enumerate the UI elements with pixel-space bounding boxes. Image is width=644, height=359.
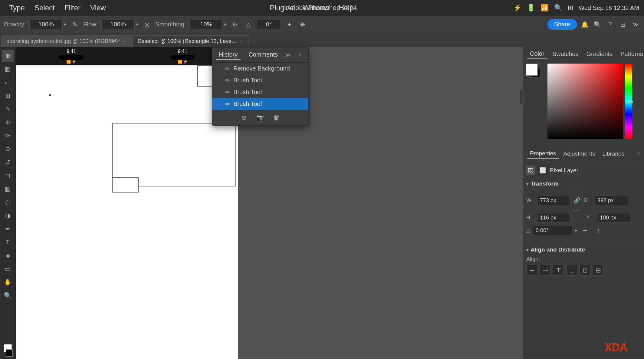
opacity-label: Opacity: bbox=[4, 21, 26, 28]
control-center-icon[interactable]: ⊞ bbox=[568, 4, 573, 12]
align-v-center-btn[interactable]: ⊡ bbox=[580, 265, 590, 276]
camera-btn[interactable]: 📷 bbox=[256, 113, 265, 122]
gradients-tab[interactable]: Gradients bbox=[583, 49, 616, 59]
link-icon[interactable]: 🔗 bbox=[573, 190, 581, 211]
tab-deselect-close[interactable]: × bbox=[238, 39, 243, 44]
eraser-btn[interactable]: ◻ bbox=[2, 170, 14, 182]
dodge-btn[interactable]: ◑ bbox=[2, 209, 14, 222]
history-item-remove-bg[interactable]: ✏ Remove Background bbox=[212, 63, 308, 74]
align-right-edges-btn[interactable]: ⊤ bbox=[553, 265, 564, 276]
properties-tab[interactable]: Properties bbox=[527, 149, 559, 159]
clone-stamp-btn[interactable]: ⊙ bbox=[2, 143, 14, 155]
crop-tool-btn[interactable]: ⊞ bbox=[2, 90, 14, 102]
flow-input[interactable] bbox=[101, 20, 135, 29]
align-section-title: Align and Distribute bbox=[531, 246, 585, 253]
help-btn[interactable]: ? bbox=[605, 20, 615, 29]
wx-row: W 🔗 X bbox=[526, 190, 641, 211]
color-gradient-picker[interactable] bbox=[547, 64, 632, 142]
tab-deselect[interactable]: Deselect @ 100% (Rectangle 12, Laye... × bbox=[132, 35, 248, 47]
align-h-center-btn[interactable]: ⊣ bbox=[540, 265, 550, 276]
tab-outro-close[interactable]: × bbox=[122, 39, 127, 44]
tab-deselect-label: Deselect @ 100% (Rectangle 12, Laye... bbox=[137, 38, 236, 44]
move-tool-btn[interactable]: ⊕ bbox=[2, 50, 14, 62]
props-panel-menu-btn[interactable]: ≡ bbox=[637, 151, 640, 157]
angle-input[interactable] bbox=[257, 20, 281, 29]
align-top-edges-btn[interactable]: ⊥ bbox=[566, 265, 577, 276]
color-tab[interactable]: Color bbox=[527, 49, 547, 59]
flip-v-btn[interactable]: ↕ bbox=[593, 225, 604, 236]
y-input[interactable] bbox=[597, 213, 630, 222]
hand-tool-btn[interactable]: ✋ bbox=[2, 276, 14, 288]
properties-panel-tabs: Properties Adjustments Libraries ≡ bbox=[523, 147, 644, 160]
path-select-btn[interactable]: ◈ bbox=[2, 249, 14, 262]
angle-icon: △ bbox=[243, 20, 253, 29]
brush-preset-btn[interactable]: ✎ bbox=[70, 20, 80, 29]
gradient-btn[interactable]: ▦ bbox=[2, 183, 14, 195]
shape-tool-btn[interactable]: ▭ bbox=[2, 263, 14, 275]
brush-tool-btn[interactable]: ✏ bbox=[2, 130, 14, 142]
hue-bar[interactable] bbox=[625, 64, 632, 139]
smoothing-label: Smoothing: bbox=[155, 21, 186, 28]
history-brush-btn[interactable]: ↺ bbox=[2, 156, 14, 168]
search-btn[interactable]: 🔍 bbox=[593, 20, 602, 29]
smoothing-dropdown-arrow[interactable]: ▾ bbox=[224, 21, 226, 27]
search-icon-menubar[interactable]: 🔍 bbox=[554, 4, 562, 12]
menu-select[interactable]: Select bbox=[30, 2, 59, 13]
history-item-brush1[interactable]: ✏ Brush Tool bbox=[212, 74, 308, 86]
opacity-dropdown-arrow[interactable]: ▾ bbox=[64, 21, 66, 27]
patterns-tab[interactable]: Patterns bbox=[617, 49, 644, 59]
workspace-btn[interactable]: ⊟ bbox=[618, 20, 628, 29]
angle-delta-icon: △ bbox=[526, 227, 531, 234]
history-expand-btn[interactable]: ≫ bbox=[283, 50, 293, 60]
expand-btn[interactable]: ≫ bbox=[631, 20, 640, 29]
w-input[interactable] bbox=[537, 196, 570, 205]
panel-collapse-btn[interactable]: ‹ bbox=[519, 90, 524, 105]
menu-filter[interactable]: Filter bbox=[60, 2, 85, 13]
new-snapshot-btn[interactable]: ⊕ bbox=[239, 113, 248, 122]
angle-transform-input[interactable] bbox=[533, 226, 572, 235]
history-item-brush2[interactable]: ✏ Brush Tool bbox=[212, 86, 308, 98]
flow-dropdown-arrow[interactable]: ▾ bbox=[136, 21, 138, 27]
transform-header[interactable]: ▾ Transform bbox=[526, 180, 641, 187]
opacity-input[interactable] bbox=[29, 20, 63, 29]
smoothing-settings-btn[interactable]: ⚙ bbox=[230, 20, 240, 29]
adjustments-tab[interactable]: Adjustments bbox=[560, 149, 598, 158]
eyedropper-btn[interactable]: ✎ bbox=[2, 103, 14, 115]
text-tool-btn[interactable]: T bbox=[2, 236, 14, 248]
angle-dropdown[interactable]: ▾ bbox=[575, 228, 577, 233]
menu-type[interactable]: Type bbox=[5, 2, 29, 13]
history-item-label-4: Brush Tool bbox=[233, 100, 262, 107]
history-item-brush3[interactable]: ✓ ✏ Brush Tool bbox=[212, 98, 308, 110]
swatches-tab[interactable]: Swatches bbox=[549, 49, 582, 59]
libraries-tab[interactable]: Libraries bbox=[599, 149, 627, 158]
symmetry-btn[interactable]: ✦ bbox=[284, 20, 294, 29]
align-bottom-edges-btn[interactable]: ⊟ bbox=[593, 265, 604, 276]
align-section-header[interactable]: ▾ Align and Distribute bbox=[526, 246, 641, 253]
battery-icon: 🔋 bbox=[527, 4, 535, 12]
notifications-btn[interactable]: 🔔 bbox=[580, 20, 590, 29]
menu-view[interactable]: View bbox=[86, 2, 110, 13]
smoothing-input[interactable] bbox=[189, 20, 223, 29]
blur-btn[interactable]: ◌ bbox=[2, 196, 14, 208]
lasso-tool-btn[interactable]: ⟜ bbox=[2, 76, 14, 88]
foreground-swatch[interactable] bbox=[526, 64, 538, 76]
delete-state-btn[interactable]: 🗑 bbox=[272, 113, 281, 122]
comments-tab[interactable]: Comments bbox=[245, 50, 281, 60]
history-tab[interactable]: History bbox=[216, 50, 241, 60]
zoom-tool-btn[interactable]: 🔍 bbox=[2, 289, 14, 301]
history-menu-btn[interactable]: ≡ bbox=[295, 50, 305, 60]
healing-btn[interactable]: ⊛ bbox=[2, 116, 14, 128]
bg-color-swatch[interactable] bbox=[6, 349, 13, 357]
select-tool-btn[interactable]: ▦ bbox=[2, 63, 14, 75]
butterfly-btn[interactable]: ❋ bbox=[298, 20, 307, 29]
airbrush-btn[interactable]: ◎ bbox=[142, 20, 152, 29]
right-panel: Color Swatches Gradients Patterns ≡ bbox=[523, 47, 644, 359]
tab-outro[interactable]: operating system-outro.jpg @ 100% (RGB/8… bbox=[1, 35, 132, 47]
share-button[interactable]: Share bbox=[547, 19, 577, 30]
pen-tool-btn[interactable]: ✒ bbox=[2, 223, 14, 235]
align-left-edges-btn[interactable]: ⊢ bbox=[526, 265, 537, 276]
h-input[interactable] bbox=[537, 213, 570, 222]
flip-h-btn[interactable]: ↔ bbox=[580, 225, 590, 236]
history-item-label-2: Brush Tool bbox=[233, 77, 262, 84]
x-input[interactable] bbox=[595, 196, 628, 205]
